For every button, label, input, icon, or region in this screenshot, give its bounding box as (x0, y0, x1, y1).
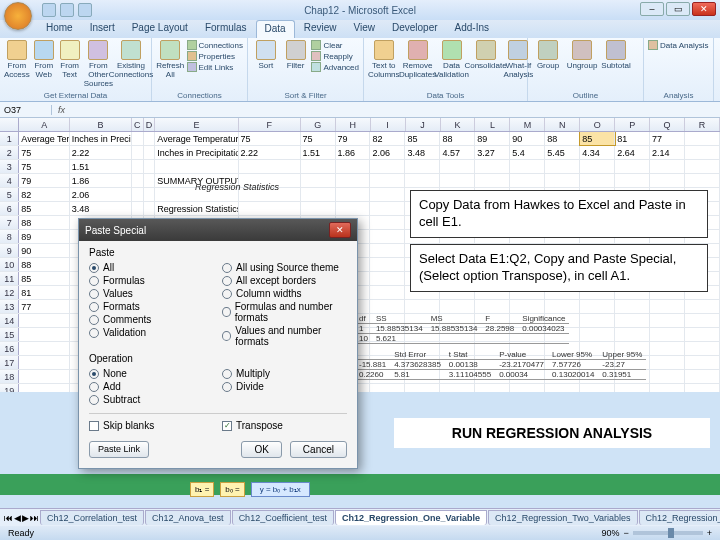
cell[interactable] (144, 188, 156, 201)
sheet-tab[interactable]: Ch12_Regression_Two_Variables (488, 510, 637, 525)
from-access-button[interactable]: From Access (4, 40, 30, 88)
cell[interactable] (650, 356, 685, 369)
cell[interactable]: Average Temperature (155, 132, 238, 145)
cell[interactable]: 1.86 (336, 146, 371, 159)
row-header[interactable]: 14 (0, 314, 19, 327)
row-header[interactable]: 18 (0, 370, 19, 383)
cell[interactable] (405, 384, 440, 392)
cell[interactable]: 3.48 (405, 146, 440, 159)
advanced-filter-button[interactable]: Advanced (311, 62, 359, 72)
cell[interactable] (685, 384, 720, 392)
row-header[interactable]: 16 (0, 342, 19, 355)
radio-all[interactable]: All (89, 262, 214, 273)
cell[interactable] (615, 300, 650, 313)
cell[interactable] (239, 160, 301, 173)
sheet-tab[interactable]: Ch12_Regression_Three_Variables (639, 510, 720, 525)
data-validation-button[interactable]: Data Validation (436, 40, 468, 79)
cell[interactable] (239, 202, 301, 215)
cell[interactable] (685, 370, 720, 383)
cell[interactable] (685, 314, 720, 327)
cell[interactable] (545, 160, 580, 173)
cell[interactable]: 2.22 (70, 146, 132, 159)
cell[interactable] (685, 132, 720, 145)
cell[interactable] (475, 300, 510, 313)
tab-insert[interactable]: Insert (82, 20, 123, 38)
cell[interactable] (19, 342, 69, 355)
tab-nav-first-icon[interactable]: ⏮ (4, 513, 13, 523)
filter-button[interactable]: Filter (282, 40, 310, 72)
dialog-titlebar[interactable]: Paste Special ✕ (79, 219, 357, 241)
cell[interactable]: 75 (301, 132, 336, 145)
column-header[interactable]: D (144, 118, 156, 131)
row-header[interactable]: 7 (0, 216, 19, 229)
dialog-close-button[interactable]: ✕ (329, 222, 351, 238)
tab-home[interactable]: Home (38, 20, 81, 38)
row-header[interactable]: 13 (0, 300, 19, 313)
cell[interactable]: Inches in Precipitation (155, 146, 238, 159)
cell[interactable] (132, 202, 144, 215)
column-header[interactable]: Q (650, 118, 685, 131)
cell[interactable] (405, 160, 440, 173)
clear-filter-button[interactable]: Clear (311, 40, 359, 50)
cell[interactable] (370, 202, 405, 215)
radio-subtract[interactable]: Subtract (89, 394, 214, 405)
cell[interactable]: 75 (239, 132, 301, 145)
cell[interactable]: 85 (580, 132, 615, 145)
cell[interactable]: 90 (19, 244, 69, 257)
column-header[interactable]: H (336, 118, 371, 131)
properties-button[interactable]: Properties (187, 51, 243, 61)
cell[interactable] (132, 132, 144, 145)
cell[interactable] (19, 314, 69, 327)
cell[interactable]: 5.45 (545, 146, 580, 159)
cell[interactable]: 79 (336, 132, 371, 145)
cell[interactable] (545, 300, 580, 313)
radio-formats[interactable]: Formats (89, 301, 214, 312)
cell[interactable] (370, 300, 405, 313)
column-header[interactable]: M (510, 118, 545, 131)
cell[interactable]: 4.34 (580, 146, 615, 159)
cell[interactable]: 85 (19, 202, 69, 215)
data-analysis-button[interactable]: Data Analysis (648, 40, 709, 50)
tab-nav-last-icon[interactable]: ⏭ (30, 513, 39, 523)
column-header[interactable]: A (19, 118, 69, 131)
cell[interactable] (155, 160, 238, 173)
ok-button[interactable]: OK (241, 441, 281, 458)
cell[interactable]: 90 (510, 132, 545, 145)
sheet-tab[interactable]: Ch12_Anova_test (145, 510, 231, 525)
remove-duplicates-button[interactable]: Remove Duplicates (402, 40, 434, 79)
fx-icon[interactable]: fx (52, 105, 71, 115)
text-to-columns-button[interactable]: Text to Columns (368, 40, 400, 79)
cell[interactable]: 88 (19, 216, 69, 229)
cell[interactable] (615, 160, 650, 173)
radio-source-theme[interactable]: All using Source theme (222, 262, 347, 273)
tab-addins[interactable]: Add-Ins (447, 20, 497, 38)
radio-validation[interactable]: Validation (89, 327, 214, 338)
cell[interactable] (650, 300, 685, 313)
cell[interactable] (301, 174, 336, 187)
cell[interactable] (336, 188, 371, 201)
cell[interactable] (475, 174, 510, 187)
cell[interactable] (650, 174, 685, 187)
cell[interactable]: 3.48 (70, 202, 132, 215)
tab-page-layout[interactable]: Page Layout (124, 20, 196, 38)
office-button[interactable] (4, 2, 32, 30)
row-header[interactable]: 8 (0, 230, 19, 243)
redo-icon[interactable] (78, 3, 92, 17)
cell[interactable] (19, 356, 69, 369)
cell[interactable] (370, 384, 405, 392)
cell[interactable] (685, 146, 720, 159)
sheet-tab[interactable]: Ch12_Regression_One_Variable (335, 510, 487, 525)
cell[interactable]: 1.86 (70, 174, 132, 187)
row-header[interactable]: 10 (0, 258, 19, 271)
cell[interactable] (370, 160, 405, 173)
cell[interactable] (370, 216, 405, 229)
cell[interactable] (144, 160, 156, 173)
column-header[interactable]: K (441, 118, 476, 131)
select-all-corner[interactable] (0, 118, 19, 131)
ungroup-button[interactable]: Ungroup (566, 40, 598, 70)
from-text-button[interactable]: From Text (58, 40, 82, 88)
zoom-out-icon[interactable]: − (623, 528, 628, 538)
cell[interactable]: 1.51 (301, 146, 336, 159)
cell[interactable] (685, 300, 720, 313)
radio-none[interactable]: None (89, 368, 214, 379)
